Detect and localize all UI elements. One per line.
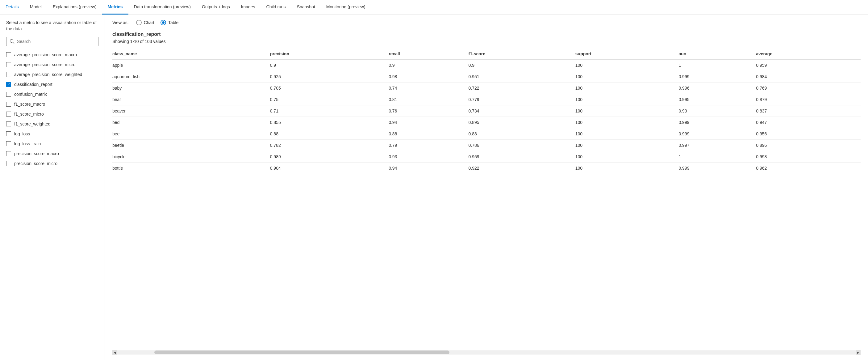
metric-label-precision_score_macro: precision_score_macro: [14, 151, 59, 156]
metric-checkbox-classification_report[interactable]: [6, 82, 11, 87]
metric-item-confusion_matrix[interactable]: confusion_matrix: [0, 89, 105, 99]
svg-line-1: [13, 43, 14, 44]
metric-checkbox-precision_score_micro[interactable]: [6, 161, 11, 166]
table-radio-option[interactable]: Table: [160, 20, 178, 25]
search-input[interactable]: [17, 39, 95, 44]
col-header-support: support: [576, 49, 679, 60]
metric-checkbox-confusion_matrix[interactable]: [6, 92, 11, 97]
metric-label-average_precision_score_micro: average_precision_score_micro: [14, 62, 75, 67]
tab-metrics[interactable]: Metrics: [102, 0, 128, 15]
cell-6-3: 0.88: [469, 128, 576, 140]
metric-item-average_precision_score_micro[interactable]: average_precision_score_micro: [0, 60, 105, 70]
chart-radio[interactable]: [136, 20, 142, 25]
table-wrapper[interactable]: class_nameprecisionrecallf1-scoresupport…: [112, 49, 861, 349]
cell-2-4: 100: [576, 83, 679, 94]
metric-checkbox-f1_score_weighted[interactable]: [6, 121, 11, 127]
tab-explanations[interactable]: Explanations (preview): [47, 0, 102, 15]
cell-1-4: 100: [576, 71, 679, 83]
table-row: beaver0.710.760.7341000.990.837: [112, 105, 861, 117]
cell-5-1: 0.855: [270, 117, 389, 128]
metric-item-log_loss_train[interactable]: log_loss_train: [0, 139, 105, 149]
tab-child-runs[interactable]: Child runs: [261, 0, 291, 15]
tab-data-transformation[interactable]: Data transformation (preview): [128, 0, 196, 15]
cell-4-2: 0.76: [389, 105, 468, 117]
metric-item-f1_score_micro[interactable]: f1_score_micro: [0, 109, 105, 119]
cell-6-2: 0.88: [389, 128, 468, 140]
scroll-right-arrow[interactable]: ▶: [856, 350, 861, 355]
metric-item-f1_score_macro[interactable]: f1_score_macro: [0, 99, 105, 109]
metric-item-f1_score_weighted[interactable]: f1_score_weighted: [0, 119, 105, 129]
cell-4-4: 100: [576, 105, 679, 117]
cell-3-2: 0.81: [389, 94, 468, 105]
cell-6-6: 0.956: [756, 128, 861, 140]
cell-3-4: 100: [576, 94, 679, 105]
metric-item-log_loss[interactable]: log_loss: [0, 129, 105, 139]
table-row: bicycle0.9890.930.95910010.998: [112, 151, 861, 163]
cell-9-3: 0.922: [469, 163, 576, 174]
metric-checkbox-log_loss_train[interactable]: [6, 141, 11, 146]
metric-item-classification_report[interactable]: classification_report: [0, 79, 105, 89]
cell-7-6: 0.896: [756, 140, 861, 151]
metric-checkbox-average_precision_score_macro[interactable]: [6, 52, 11, 57]
cell-3-0: bear: [112, 94, 270, 105]
tab-images[interactable]: Images: [236, 0, 261, 15]
metric-item-average_precision_score_macro[interactable]: average_precision_score_macro: [0, 50, 105, 60]
table-radio[interactable]: [160, 20, 166, 25]
cell-8-2: 0.93: [389, 151, 468, 163]
cell-0-5: 1: [679, 60, 756, 71]
metric-label-f1_score_micro: f1_score_micro: [14, 112, 44, 116]
cell-6-4: 100: [576, 128, 679, 140]
chart-radio-option[interactable]: Chart: [136, 20, 154, 25]
tab-outputs-logs[interactable]: Outputs + logs: [196, 0, 236, 15]
metric-label-classification_report: classification_report: [14, 82, 53, 87]
cell-4-3: 0.734: [469, 105, 576, 117]
metric-label-log_loss_train: log_loss_train: [14, 141, 41, 146]
cell-8-3: 0.959: [469, 151, 576, 163]
search-box[interactable]: [6, 37, 98, 46]
metric-checkbox-precision_score_macro[interactable]: [6, 151, 11, 156]
col-header-recall: recall: [389, 49, 468, 60]
scrollbar-track: [117, 351, 856, 354]
view-as-row: View as: Chart Table: [112, 20, 861, 25]
col-header-average: average: [756, 49, 861, 60]
cell-2-5: 0.996: [679, 83, 756, 94]
metric-checkbox-average_precision_score_micro[interactable]: [6, 62, 11, 67]
tab-model[interactable]: Model: [24, 0, 47, 15]
cell-3-5: 0.995: [679, 94, 756, 105]
showing-text: Showing 1-10 of 103 values: [112, 39, 861, 44]
cell-3-3: 0.779: [469, 94, 576, 105]
metric-checkbox-f1_score_macro[interactable]: [6, 102, 11, 107]
tab-details[interactable]: Details: [0, 0, 24, 15]
metric-label-precision_score_micro: precision_score_micro: [14, 161, 57, 166]
scrollbar-thumb[interactable]: [154, 351, 450, 354]
cell-0-2: 0.9: [389, 60, 468, 71]
tab-snapshot[interactable]: Snapshot: [291, 0, 321, 15]
cell-9-4: 100: [576, 163, 679, 174]
metric-item-precision_score_micro[interactable]: precision_score_micro: [0, 159, 105, 168]
metric-title: classification_report: [112, 31, 861, 37]
cell-1-3: 0.951: [469, 71, 576, 83]
horizontal-scrollbar[interactable]: ◀ ▶: [112, 350, 861, 355]
table-row: bear0.750.810.7791000.9950.879: [112, 94, 861, 105]
metric-checkbox-log_loss[interactable]: [6, 131, 11, 136]
cell-2-6: 0.769: [756, 83, 861, 94]
col-header-f1-score: f1-score: [469, 49, 576, 60]
metric-checkbox-f1_score_micro[interactable]: [6, 112, 11, 116]
col-header-precision: precision: [270, 49, 389, 60]
cell-4-5: 0.99: [679, 105, 756, 117]
tab-monitoring[interactable]: Monitoring (preview): [321, 0, 371, 15]
cell-5-6: 0.947: [756, 117, 861, 128]
cell-0-6: 0.959: [756, 60, 861, 71]
cell-2-0: baby: [112, 83, 270, 94]
scroll-left-arrow[interactable]: ◀: [112, 350, 117, 355]
metric-item-average_precision_score_weighted[interactable]: average_precision_score_weighted: [0, 70, 105, 79]
metric-item-precision_score_macro[interactable]: precision_score_macro: [0, 149, 105, 159]
cell-0-3: 0.9: [469, 60, 576, 71]
cell-7-2: 0.79: [389, 140, 468, 151]
cell-4-6: 0.837: [756, 105, 861, 117]
metric-checkbox-average_precision_score_weighted[interactable]: [6, 72, 11, 77]
cell-6-1: 0.88: [270, 128, 389, 140]
cell-5-2: 0.94: [389, 117, 468, 128]
table-header: class_nameprecisionrecallf1-scoresupport…: [112, 49, 861, 60]
cell-9-2: 0.94: [389, 163, 468, 174]
